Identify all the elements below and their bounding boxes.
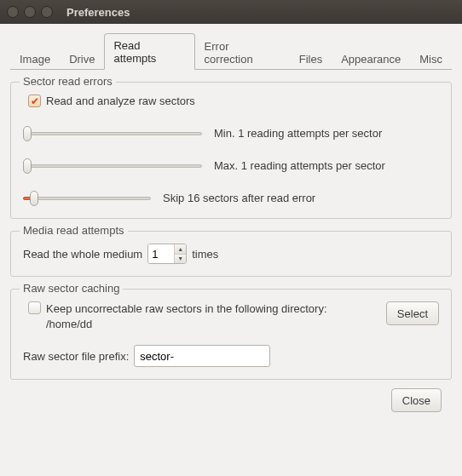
group-title: Sector read errors [20,75,116,88]
group-title: Raw sector caching [20,282,123,295]
keep-raw-dir: /home/dd [46,318,92,330]
read-whole-label-right: times [192,248,218,261]
skip-sectors-slider[interactable] [23,191,151,204]
max-attempts-label: Max. 1 reading attempts per sector [214,159,385,172]
tab-appearance[interactable]: Appearance [332,47,410,70]
keep-raw-label: Keep uncorrectable raw sectors in the fo… [46,302,327,315]
prefix-label: Raw sector file prefix: [23,350,129,363]
close-button[interactable]: Close [391,388,442,412]
tab-bar: Image Drive Read attempts Error correcti… [10,32,452,70]
read-analyze-checkbox[interactable]: ✔ [28,95,41,107]
keep-raw-checkbox[interactable] [28,301,41,314]
max-attempts-slider[interactable] [23,158,202,172]
min-attempts-label: Min. 1 reading attempts per sector [214,127,382,140]
titlebar: Preferences [0,0,462,24]
stepper-up-icon[interactable]: ▲ [175,244,186,255]
window-title: Preferences [66,6,130,19]
check-icon: ✔ [31,96,39,106]
tab-image[interactable]: Image [10,47,60,70]
read-times-spinner[interactable]: ▲ ▼ [147,244,187,264]
prefix-input[interactable] [134,345,270,367]
read-whole-label-left: Read the whole medium [23,248,142,261]
group-media-read-attempts: Media read attempts Read the whole mediu… [10,231,452,277]
tab-files[interactable]: Files [290,47,332,70]
stepper-down-icon[interactable]: ▼ [175,255,186,264]
group-sector-read-errors: Sector read errors ✔ Read and analyze ra… [10,82,452,219]
group-title: Media read attempts [20,224,128,237]
close-window-icon[interactable] [7,6,19,18]
group-raw-sector-caching: Raw sector caching Keep uncorrectable ra… [10,289,452,380]
maximize-window-icon[interactable] [41,6,53,18]
select-dir-button[interactable]: Select [386,301,439,325]
skip-sectors-label: Skip 16 sectors after read error [163,192,315,204]
min-attempts-slider[interactable] [23,126,202,140]
tab-error-correction[interactable]: Error correction [195,34,290,70]
read-times-input[interactable] [148,244,174,263]
tab-read-attempts[interactable]: Read attempts [104,33,194,70]
tab-drive[interactable]: Drive [60,47,104,70]
tab-misc[interactable]: Misc [410,47,452,70]
read-analyze-label: Read and analyze raw sectors [46,95,195,107]
minimize-window-icon[interactable] [24,6,36,18]
